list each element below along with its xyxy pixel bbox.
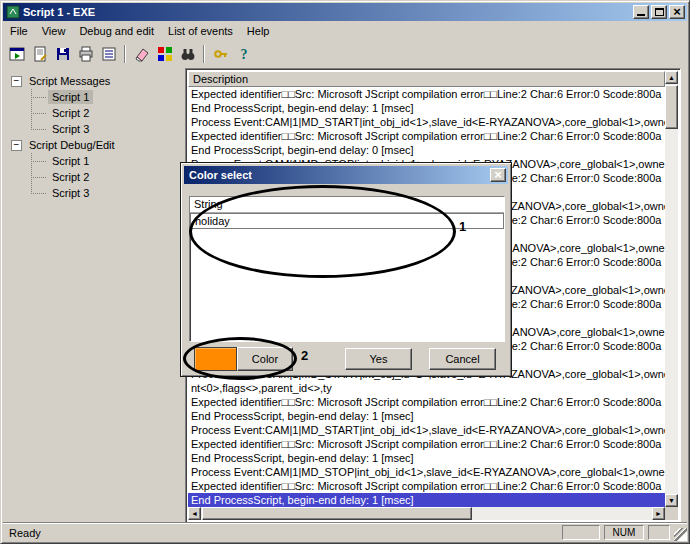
tree-connector	[30, 153, 48, 169]
title-bar[interactable]: Script 1 - EXE	[3, 3, 687, 21]
collapse-toggle-icon[interactable]	[11, 140, 22, 151]
menu-bar: FileViewDebug and editList of eventsHelp	[3, 22, 687, 40]
string-list-body: holiday	[190, 213, 504, 229]
print-button[interactable]	[74, 43, 97, 65]
annotation-label-1: 1	[459, 219, 466, 234]
erase-icon	[134, 46, 150, 62]
tree-item-script-debug-edit-script-2[interactable]: Script 2	[30, 169, 182, 185]
tree-item-script-messages-script-1[interactable]: Script 1	[30, 89, 182, 105]
log-line[interactable]: End ProcessScript, begin-end delay: 1 [m…	[188, 451, 665, 465]
script-list-button[interactable]	[97, 43, 120, 65]
key-button[interactable]	[209, 43, 232, 65]
scroll-left-icon[interactable]	[188, 507, 201, 520]
log-line[interactable]: Process Event:CAM|1|MD_START|int_obj_id<…	[188, 115, 665, 129]
colors-icon	[157, 46, 173, 62]
log-line[interactable]: Expected identifier□□Src: Microsoft JScr…	[188, 129, 665, 143]
save-button[interactable]	[51, 43, 74, 65]
erase-button[interactable]	[130, 43, 153, 65]
log-line[interactable]: Expected identifier□□Src: Microsoft JScr…	[188, 479, 665, 493]
tree-connector	[30, 169, 48, 185]
toolbar-separator	[203, 45, 205, 63]
colors-button[interactable]	[153, 43, 176, 65]
run-script-button[interactable]	[5, 43, 28, 65]
scroll-down-icon[interactable]	[665, 494, 678, 507]
tree-group-script-debug-edit[interactable]: Script Debug/Edit	[4, 137, 182, 153]
titlebar-maximize-button[interactable]	[651, 5, 667, 19]
close-icon	[673, 6, 681, 18]
dialog-close-button[interactable]	[490, 168, 506, 182]
tree-item-script-debug-edit-script-3[interactable]: Script 3	[30, 185, 182, 201]
titlebar-close-button[interactable]	[669, 5, 685, 19]
status-cell-num: NUM	[604, 525, 644, 540]
tree-item-script-debug-edit-script-1[interactable]: Script 1	[30, 153, 182, 169]
horizontal-scroll-thumb[interactable]	[202, 507, 472, 520]
log-line[interactable]: End ProcessScript, begin-end delay: 1 [m…	[188, 409, 665, 423]
status-text: Ready	[3, 527, 47, 539]
cancel-button[interactable]: Cancel	[429, 348, 496, 370]
scrollbar-corner	[665, 507, 678, 520]
close-icon	[494, 166, 502, 184]
log-line[interactable]: Process Event:CAM|1|MD_START|int_obj_id<…	[188, 423, 665, 437]
vertical-scroll-thumb[interactable]	[665, 85, 678, 129]
log-line[interactable]: Process Event:CAM|1|MD_STOP|int_obj_id<1…	[188, 465, 665, 479]
color-swatch[interactable]	[194, 347, 237, 371]
log-line[interactable]: End ProcessScript, begin-end delay: 0 [m…	[188, 143, 665, 157]
tree-item-label: Script 2	[48, 170, 93, 184]
tree-item-script-messages-script-3[interactable]: Script 3	[30, 121, 182, 137]
menu-item-help[interactable]: Help	[240, 23, 277, 39]
string-list: String holiday	[189, 196, 505, 342]
tree-group-script-messages[interactable]: Script Messages	[4, 73, 182, 89]
run-script-icon	[9, 46, 25, 62]
vertical-scrollbar[interactable]	[665, 71, 678, 507]
menu-item-view[interactable]: View	[35, 23, 73, 39]
dialog-title: Color select	[189, 169, 252, 181]
help-button[interactable]: ?	[232, 43, 255, 65]
annotation-label-2: 2	[301, 348, 308, 363]
horizontal-scrollbar[interactable]	[188, 507, 665, 520]
tree-connector	[30, 105, 48, 121]
tree-group-label: Script Debug/Edit	[26, 138, 118, 152]
log-line[interactable]: End ProcessScript, begin-end delay: 1 [m…	[188, 493, 665, 507]
dialog-list-row[interactable]: holiday	[190, 213, 504, 229]
tree-item-script-messages-script-2[interactable]: Script 2	[30, 105, 182, 121]
scroll-up-icon[interactable]	[665, 71, 678, 84]
toolbar: ?	[3, 41, 687, 67]
tree-item-label: Script 2	[48, 106, 93, 120]
tree-item-label: Script 1	[48, 90, 93, 104]
toolbar-separator	[124, 45, 126, 63]
tree-item-label: Script 3	[48, 122, 93, 136]
menu-item-debug-and-edit[interactable]: Debug and edit	[72, 23, 161, 39]
search-binoculars-icon	[180, 46, 196, 62]
yes-button[interactable]: Yes	[345, 348, 412, 370]
tree-item-label: Script 3	[48, 186, 93, 200]
key-icon	[213, 46, 229, 62]
scroll-right-icon[interactable]	[652, 507, 665, 520]
edit-script-icon	[32, 46, 48, 62]
log-line[interactable]: Expected identifier□□Src: Microsoft JScr…	[188, 395, 665, 409]
menu-item-list-of-events[interactable]: List of events	[161, 23, 240, 39]
resize-grip[interactable]	[674, 528, 687, 541]
tree-children: Script 1Script 2Script 3	[30, 89, 182, 137]
svg-text:?: ?	[240, 47, 247, 62]
log-line[interactable]: End ProcessScript, begin-end delay: 1 [m…	[188, 101, 665, 115]
color-button[interactable]: Color	[237, 347, 293, 371]
log-line[interactable]: Expected identifier□□Src: Microsoft JScr…	[188, 437, 665, 451]
titlebar-minimize-button[interactable]	[633, 5, 649, 19]
log-line[interactable]: nt<0>,flags<>,parent_id<>,ty	[188, 381, 665, 395]
edit-script-button[interactable]	[28, 43, 51, 65]
log-line[interactable]: Expected identifier□□Src: Microsoft JScr…	[188, 87, 665, 101]
menu-item-file[interactable]: File	[3, 23, 35, 39]
dialog-title-bar[interactable]: Color select	[184, 166, 508, 184]
collapse-toggle-icon[interactable]	[11, 76, 22, 87]
tree-connector	[30, 89, 48, 105]
description-column-header[interactable]: Description	[188, 71, 665, 87]
print-icon	[78, 46, 94, 62]
tree-connector	[30, 185, 48, 201]
tree-connector	[30, 121, 48, 137]
app-icon	[6, 5, 20, 19]
tree-item-label: Script 1	[48, 154, 93, 168]
minimize-icon	[637, 14, 645, 16]
status-cells: NUM	[558, 525, 670, 540]
string-column-header[interactable]: String	[190, 197, 504, 213]
search-binoculars-button[interactable]	[176, 43, 199, 65]
